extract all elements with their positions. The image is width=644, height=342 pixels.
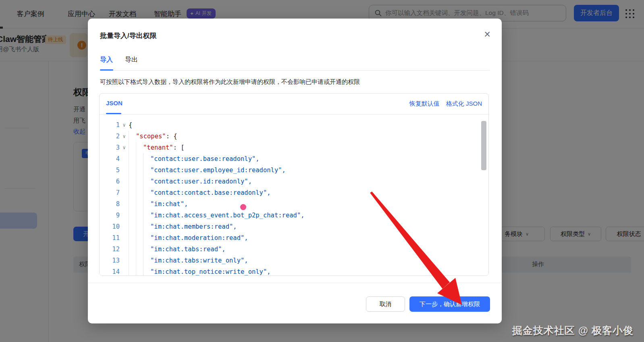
- fold-chevron-icon[interactable]: ∨: [120, 119, 129, 131]
- fold-chevron-icon[interactable]: ∨: [120, 131, 129, 142]
- confirm-add-permissions-button[interactable]: 下一步，确认新增权限: [409, 296, 490, 312]
- code-line: 14"im:chat.top_notice:write_only",: [100, 266, 488, 275]
- code-line: 4"contact:user.base:readonly",: [100, 153, 488, 165]
- watermark-text: 掘金技术社区 @ 极客小俊: [512, 324, 634, 337]
- editor-scrollbar[interactable]: [481, 121, 486, 170]
- editor-header: JSON 恢复默认值 格式化 JSON: [100, 94, 488, 115]
- active-tab-underline: [100, 69, 113, 71]
- code-line: 12"im:chat.tabs:read",: [100, 244, 488, 255]
- tab-export[interactable]: 导出: [125, 56, 138, 70]
- close-icon[interactable]: ×: [484, 29, 490, 40]
- import-description: 可按照以下格式导入数据，导入的权限将作为此次新增申请的权限，不会影响已申请或开通…: [100, 78, 360, 86]
- code-line: 7"contact:contact.base:readonly",: [100, 187, 488, 198]
- code-line: 8"im:chat",: [100, 198, 488, 210]
- restore-default-link[interactable]: 恢复默认值: [409, 100, 440, 108]
- json-editor-panel: JSON 恢复默认值 格式化 JSON 1∨{ 2∨"scopes": { 3∨…: [99, 93, 489, 276]
- code-line: 9"im:chat.access_event.bot_p2p_chat:read…: [100, 210, 488, 221]
- footer-divider: [88, 283, 502, 283]
- json-code-editor[interactable]: 1∨{ 2∨"scopes": { 3∨"tenant": [ 4"contac…: [100, 115, 488, 275]
- code-line: 5"contact:user.employee_id:readonly",: [100, 165, 488, 176]
- json-lang-tab[interactable]: JSON: [106, 100, 123, 106]
- code-line: 3∨"tenant": [: [100, 142, 488, 153]
- tabs-divider: [100, 70, 490, 71]
- import-export-permission-modal: 批量导入/导出权限 × 导入 导出 可按照以下格式导入数据，导入的权限将作为此次…: [88, 19, 502, 323]
- code-line: 13"im:chat.tabs:write_only",: [100, 255, 488, 266]
- modal-tabs: 导入 导出: [100, 56, 138, 70]
- fold-chevron-icon[interactable]: ∨: [120, 142, 129, 153]
- code-line: 10"im:chat.members:read",: [100, 221, 488, 232]
- json-tab-underline: [106, 113, 121, 114]
- code-line: 2∨"scopes": {: [100, 131, 488, 142]
- format-json-link[interactable]: 格式化 JSON: [446, 100, 482, 108]
- tab-import[interactable]: 导入: [100, 56, 113, 70]
- code-line: 6"contact:user.id:readonly",: [100, 176, 488, 187]
- code-line: 1∨{: [100, 119, 488, 131]
- cancel-button[interactable]: 取消: [366, 296, 405, 312]
- modal-title: 批量导入/导出权限: [100, 31, 157, 40]
- code-line: 11"im:chat.moderation:read",: [100, 232, 488, 244]
